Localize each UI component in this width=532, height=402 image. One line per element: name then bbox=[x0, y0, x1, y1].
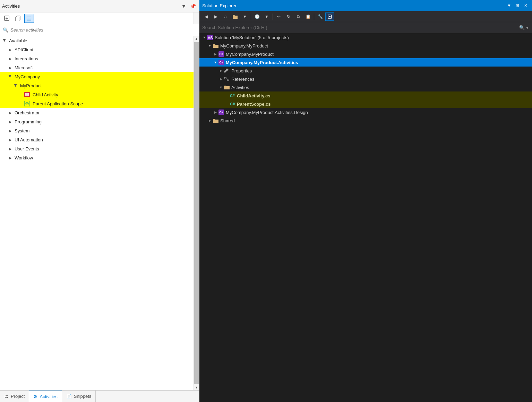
bottom-tabs: 🗂 Project ⚙ Activities 📄 Snippets bbox=[0, 390, 199, 402]
folder-activities-icon bbox=[224, 84, 230, 90]
sol-item-parentscope-cs[interactable]: ▶ C# ParentScope.cs bbox=[199, 100, 532, 108]
tree-label-myproduct: MyProduct bbox=[20, 83, 42, 88]
scroll-up-arrow[interactable]: ▲ bbox=[194, 36, 199, 42]
solution-explorer-header: Solution Explorer ▼ ⊞ ✕ bbox=[199, 0, 532, 11]
parent-scope-icon bbox=[24, 101, 30, 106]
sol-item-references[interactable]: ▶ References bbox=[199, 75, 532, 83]
tree-item-uiautomation[interactable]: ▶ UI Automation bbox=[0, 135, 194, 144]
solution-search-input[interactable] bbox=[202, 25, 519, 30]
search-icon: 🔍 bbox=[3, 27, 8, 33]
sol-item-properties[interactable]: ▶ Properties bbox=[199, 67, 532, 75]
folder-dropdown-button[interactable]: ▼ bbox=[240, 12, 249, 21]
list-icon bbox=[26, 16, 32, 21]
sol-item-activities-folder[interactable]: ▼ Activities bbox=[199, 83, 532, 91]
sol-label-parentscope-cs: ParentScope.cs bbox=[237, 102, 271, 107]
toolbar-scrollbar[interactable] bbox=[194, 12, 199, 24]
tree-item-myproduct[interactable]: ▶ MyProduct bbox=[0, 81, 194, 90]
sol-item-activities-project[interactable]: ▼ C# MyCompany.MyProduct.Activities bbox=[199, 58, 532, 67]
tree-item-mycompany[interactable]: ▶ MyCompany bbox=[0, 72, 194, 81]
header-icons: ▼ 📌 bbox=[180, 2, 197, 10]
tree-item-microsoft[interactable]: ▶ Microsoft bbox=[0, 63, 194, 72]
undo-button[interactable]: ↩ bbox=[274, 12, 283, 21]
sol-item-childactivity-cs[interactable]: ▶ C# ChildActivity.cs bbox=[199, 91, 532, 100]
solution-file-icon: VS bbox=[207, 34, 213, 41]
tree-area: ▶ Available ▶ APIClient ▶ Integrations ▶… bbox=[0, 36, 199, 390]
sol-item-shared[interactable]: ▶ Shared bbox=[199, 116, 532, 125]
sol-expand-activities-design: ▶ bbox=[213, 110, 218, 115]
solution-toolbar: ◀ ▶ ⌂ ▼ 🕐 ▼ ↩ ↻ ⧉ 📋 🔧 bbox=[199, 11, 532, 22]
refresh-button[interactable]: ↻ bbox=[284, 12, 293, 21]
solution-close-button[interactable]: ✕ bbox=[522, 2, 529, 9]
sol-expand-references: ▶ bbox=[218, 76, 224, 82]
csharp-myproduct-icon: C# bbox=[218, 51, 224, 57]
tree-item-integrations[interactable]: ▶ Integrations bbox=[0, 54, 194, 63]
clock-dropdown-button[interactable]: ▼ bbox=[262, 12, 271, 21]
tree-item-system[interactable]: ▶ System bbox=[0, 126, 194, 135]
folder-activities-svg bbox=[224, 85, 230, 90]
tree-item-childactivity[interactable]: ▶ Child Activity bbox=[0, 90, 194, 99]
solution-search-icon[interactable]: 🔍 bbox=[519, 25, 525, 30]
folder-button[interactable] bbox=[231, 12, 240, 21]
tab-activities[interactable]: ⚙ Activities bbox=[29, 391, 62, 402]
cs-design-badge: C# bbox=[218, 110, 224, 115]
sol-label-myproduct-project: MyCompany.MyProduct bbox=[226, 52, 274, 57]
tree-content: ▶ Available ▶ APIClient ▶ Integrations ▶… bbox=[0, 36, 194, 390]
sol-label-references: References bbox=[231, 77, 254, 82]
scroll-thumb[interactable] bbox=[194, 42, 199, 384]
tree-item-programming[interactable]: ▶ Programming bbox=[0, 117, 194, 126]
solution-explorer-panel: Solution Explorer ▼ ⊞ ✕ ◀ ▶ ⌂ ▼ 🕐 ▼ ↩ ↻ … bbox=[199, 0, 532, 402]
add-activity-button[interactable] bbox=[2, 14, 12, 23]
solution-dropdown-button[interactable]: ▼ bbox=[506, 2, 513, 9]
sol-item-myproduct-project[interactable]: ▶ C# MyCompany.MyProduct bbox=[199, 50, 532, 58]
expand-arrow-apiclient: ▶ bbox=[8, 47, 13, 52]
tree-item-workflow[interactable]: ▶ Workflow bbox=[0, 153, 194, 162]
tree-item-available[interactable]: ▶ Available bbox=[0, 36, 194, 45]
tab-snippets[interactable]: 📄 Snippets bbox=[62, 391, 96, 402]
wrench-icon bbox=[224, 68, 230, 73]
tree-label-integrations: Integrations bbox=[15, 56, 38, 61]
pin-sol-button[interactable] bbox=[325, 12, 334, 21]
sol-item-activities-design[interactable]: ▶ C# MyCompany.MyProduct.Activities.Desi… bbox=[199, 108, 532, 116]
search-dropdown[interactable]: ▼ bbox=[525, 26, 529, 30]
tree-label-orchestrator: Orchestrator bbox=[15, 110, 40, 115]
folder-mycompany-icon bbox=[213, 43, 219, 49]
copy-button[interactable]: ⧉ bbox=[294, 12, 303, 21]
solution-explorer-title: Solution Explorer bbox=[202, 3, 237, 8]
tree-item-apiclient[interactable]: ▶ APIClient bbox=[0, 45, 194, 54]
paste-button[interactable]: 📋 bbox=[303, 12, 312, 21]
folder-shared-svg bbox=[213, 118, 219, 123]
tree-item-orchestrator[interactable]: ▶ Orchestrator bbox=[0, 108, 194, 117]
activities-tab-label: Activities bbox=[40, 394, 57, 399]
tab-project[interactable]: 🗂 Project bbox=[0, 391, 29, 402]
tree-label-childactivity: Child Activity bbox=[33, 92, 58, 97]
solution-header-icons: ▼ ⊞ ✕ bbox=[506, 2, 529, 9]
scroll-down-arrow[interactable]: ▼ bbox=[194, 385, 199, 390]
sol-label-activities-folder: Activities bbox=[231, 85, 249, 90]
tree-item-userevents[interactable]: ▶ User Events bbox=[0, 144, 194, 153]
copy-button[interactable] bbox=[13, 14, 23, 23]
settings-button[interactable]: 🔧 bbox=[316, 12, 325, 21]
tree-scrollbar[interactable]: ▲ ▼ bbox=[194, 36, 199, 390]
sol-item-solution[interactable]: ▼ VS Solution 'MySolution' (5 of 5 proje… bbox=[199, 33, 532, 42]
search-input[interactable] bbox=[10, 27, 196, 33]
solution-search-row: 🔍 ▼ bbox=[199, 22, 532, 33]
svg-rect-4 bbox=[16, 17, 19, 21]
sol-label-properties: Properties bbox=[231, 68, 252, 73]
tree-label-uiautomation: UI Automation bbox=[15, 137, 43, 142]
home-button[interactable]: ⌂ bbox=[221, 12, 230, 21]
activities-title: Activities bbox=[2, 3, 20, 9]
sol-expand-shared: ▶ bbox=[207, 118, 213, 123]
separator-1 bbox=[251, 14, 251, 20]
clock-button[interactable]: 🕐 bbox=[252, 12, 261, 21]
sol-item-mycompany-myproduct[interactable]: ▼ MyCompany.MyProduct bbox=[199, 42, 532, 50]
activities-dropdown-button[interactable]: ▼ bbox=[180, 2, 188, 10]
tree-item-parentscope[interactable]: ▶ Parent Application Scope bbox=[0, 99, 194, 108]
pin-button[interactable]: 📌 bbox=[189, 2, 197, 10]
svg-point-15 bbox=[27, 103, 28, 104]
solution-float-button[interactable]: ⊞ bbox=[514, 2, 521, 9]
sol-label-mycompany-myproduct: MyCompany.MyProduct bbox=[220, 43, 268, 49]
list-view-button[interactable] bbox=[24, 14, 34, 23]
svg-text:VS: VS bbox=[208, 36, 213, 40]
nav-forward-button[interactable]: ▶ bbox=[211, 12, 220, 21]
nav-back-button[interactable]: ◀ bbox=[201, 12, 211, 21]
